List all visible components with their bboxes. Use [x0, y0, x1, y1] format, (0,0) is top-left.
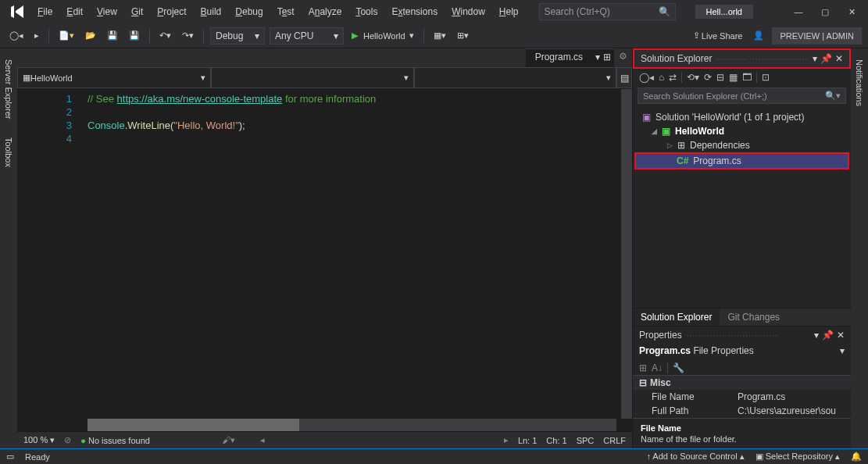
scroll-right-icon[interactable]: ▸	[504, 435, 509, 445]
open-button[interactable]: 📂	[82, 29, 99, 42]
main-menu: File Edit View Git Project Build Debug T…	[31, 3, 525, 20]
menu-edit[interactable]: Edit	[60, 3, 89, 20]
solution-explorer-title: Solution Explorer	[641, 53, 712, 64]
start-debug-button[interactable]: ▶ HelloWorld ▾	[348, 29, 417, 42]
tab-options-icon[interactable]: ⚙	[614, 48, 632, 67]
file-tab-program[interactable]: Program.cs ▾ ⊞	[526, 48, 614, 67]
feedback-icon[interactable]: 👤	[750, 29, 767, 42]
se-collapse-icon[interactable]: ⊟	[716, 72, 724, 83]
minimize-button[interactable]: —	[785, 1, 812, 23]
config-combo[interactable]: Debug▾	[210, 27, 265, 45]
close-button[interactable]: ✕	[838, 1, 865, 23]
add-source-control-button[interactable]: ↑ Add to Source Control ▴	[646, 452, 744, 462]
properties-subject[interactable]: Program.cs File Properties ▾	[633, 344, 851, 361]
menu-git[interactable]: Git	[125, 3, 149, 20]
save-all-button[interactable]: 💾	[126, 29, 143, 42]
expand-icon[interactable]: ◢	[652, 127, 657, 135]
tab-solution-explorer[interactable]: Solution Explorer	[633, 309, 720, 326]
props-category-misc[interactable]: ⊟ Misc	[633, 376, 851, 390]
undo-button[interactable]: ↶▾	[156, 29, 174, 42]
live-share-button[interactable]: ⇪ Live Share	[690, 29, 746, 42]
nav-fwd-button[interactable]: ▸	[31, 29, 42, 42]
save-button[interactable]: 💾	[104, 29, 121, 42]
prop-row-filename[interactable]: File Name Program.cs	[633, 390, 851, 404]
menu-test[interactable]: Test	[271, 3, 301, 20]
tree-project[interactable]: ◢ ▣ HelloWorld	[636, 124, 848, 138]
code-cleanup-icon[interactable]: 🖌▾	[222, 435, 235, 445]
tb-icon-1[interactable]: ▦▾	[430, 29, 449, 42]
se-switch-icon[interactable]: ⇄	[669, 72, 677, 83]
split-icon[interactable]: ▤	[616, 67, 632, 88]
notifications-bell-icon[interactable]: 🔔	[851, 452, 862, 462]
nav-back-button[interactable]: ◯◂	[6, 29, 27, 42]
menu-view[interactable]: View	[91, 3, 123, 20]
se-sync-icon[interactable]: ⟲▾	[687, 72, 699, 83]
tree-solution-root[interactable]: ▣ Solution 'HelloWorld' (1 of 1 project)	[636, 110, 848, 124]
solution-explorer-search[interactable]: Search Solution Explorer (Ctrl+;) 🔍▾	[638, 87, 846, 104]
tb-icon-2[interactable]: ⊞▾	[454, 29, 472, 42]
menu-debug[interactable]: Debug	[229, 3, 269, 20]
pin-icon[interactable]: ▾	[595, 52, 600, 62]
panel-close-icon[interactable]: ✕	[837, 330, 845, 341]
new-project-button[interactable]: 📄▾	[55, 29, 77, 42]
platform-combo[interactable]: Any CPU▾	[270, 27, 344, 45]
line-indicator[interactable]: Ln: 1	[518, 436, 537, 445]
menu-project[interactable]: Project	[151, 3, 192, 20]
menu-window[interactable]: Window	[445, 3, 491, 20]
panel-pin-icon[interactable]: 📌	[820, 53, 832, 64]
menu-tools[interactable]: Tools	[349, 3, 384, 20]
panel-close-icon[interactable]: ✕	[835, 53, 843, 64]
issues-label[interactable]: ● No issues found	[80, 436, 150, 445]
menu-analyze[interactable]: Analyze	[302, 3, 348, 20]
se-back-icon[interactable]: ◯◂	[639, 72, 654, 83]
tab-plus-icon[interactable]: ⊞	[603, 52, 611, 62]
code-editor[interactable]: 1 2 3 4 // See https://aka.ms/new-consol…	[17, 89, 632, 419]
panel-pin-icon[interactable]: 📌	[822, 330, 834, 341]
nav-project-combo[interactable]: ▦ HelloWorld▾	[17, 67, 211, 88]
wrench-icon[interactable]: 🔧	[673, 362, 684, 373]
se-showall-icon[interactable]: ▦	[729, 72, 738, 83]
menu-file[interactable]: File	[31, 3, 59, 20]
alphabetize-icon[interactable]: A↓	[652, 362, 663, 373]
error-indicator-icon[interactable]: ⊘	[64, 435, 71, 445]
server-explorer-tab[interactable]: Server Explorer	[2, 55, 15, 123]
categorize-icon[interactable]: ⊞	[639, 362, 647, 373]
menu-extensions[interactable]: Extensions	[385, 3, 444, 20]
se-properties-icon[interactable]: 🗔	[742, 72, 752, 83]
status-output-icon[interactable]: ▭	[6, 452, 14, 462]
select-repository-button[interactable]: ▣ Select Repository ▴	[755, 452, 840, 462]
toolbox-tab[interactable]: Toolbox	[2, 133, 15, 172]
line-ending-indicator[interactable]: CRLF	[603, 436, 626, 445]
nav-type-combo[interactable]: ▾	[211, 67, 414, 88]
scroll-left-icon[interactable]: ◂	[260, 435, 265, 445]
panel-dropdown-icon[interactable]: ▾	[814, 330, 819, 341]
global-search-input[interactable]: Search (Ctrl+Q) 🔍	[539, 3, 676, 20]
tree-file-program[interactable]: C# Program.cs	[634, 152, 849, 170]
menu-help[interactable]: Help	[493, 3, 525, 20]
status-ready: Ready	[25, 452, 50, 462]
se-preview-icon[interactable]: ⊡	[762, 72, 770, 83]
menu-build[interactable]: Build	[195, 3, 228, 20]
preview-admin-badge[interactable]: PREVIEW | ADMIN	[772, 27, 862, 45]
spaces-indicator[interactable]: SPC	[577, 436, 595, 445]
notifications-tab[interactable]: Notifications	[853, 55, 866, 111]
maximize-button[interactable]: ▢	[812, 1, 838, 23]
vertical-scrollbar[interactable]	[621, 89, 632, 419]
se-refresh-icon[interactable]: ⟳	[704, 72, 712, 83]
se-home-icon[interactable]: ⌂	[659, 72, 664, 83]
char-indicator[interactable]: Ch: 1	[546, 436, 566, 445]
prop-row-fullpath[interactable]: Full Path C:\Users\azureuser\sou	[633, 404, 851, 418]
solution-name-badge[interactable]: Hell...orld	[695, 5, 753, 19]
horizontal-scrollbar[interactable]	[88, 419, 616, 431]
expand-icon[interactable]: ▷	[667, 141, 673, 149]
panel-dropdown-icon[interactable]: ▾	[813, 53, 817, 64]
tree-dependencies[interactable]: ▷ ⊞ Dependencies	[636, 138, 848, 152]
redo-button[interactable]: ↷▾	[179, 29, 197, 42]
csproj-icon: ▣	[662, 126, 670, 137]
properties-header[interactable]: Properties ·····························…	[633, 327, 851, 344]
zoom-combo[interactable]: 100 % ▾	[23, 435, 55, 445]
nav-member-combo[interactable]: ▾	[414, 67, 617, 88]
tab-git-changes[interactable]: Git Changes	[720, 309, 788, 326]
solution-explorer-header[interactable]: Solution Explorer ······················…	[633, 48, 851, 69]
code-content[interactable]: // See https://aka.ms/new-console-templa…	[88, 89, 632, 419]
